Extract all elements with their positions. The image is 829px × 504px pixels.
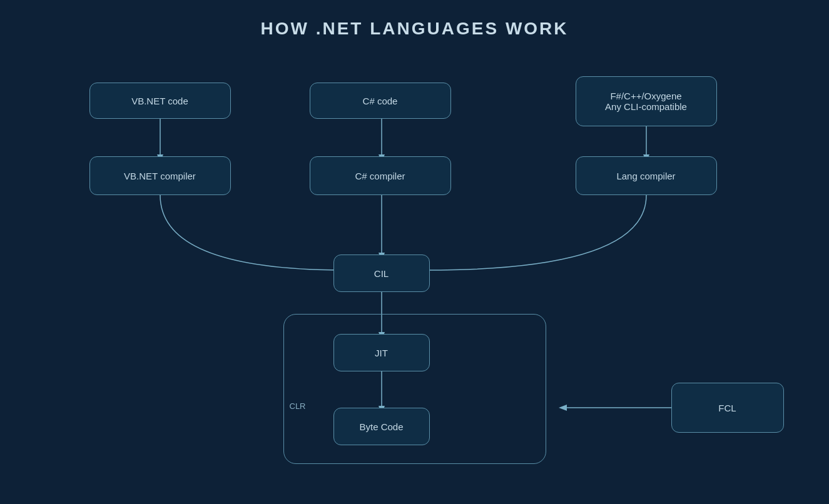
flow-area: VB.NET code C# code F#/C++/Oxygene Any C… [39, 64, 790, 489]
lang-compiler-box: Lang compiler [576, 156, 717, 195]
bytecode-box: Byte Code [333, 408, 430, 445]
svg-marker-15 [559, 405, 567, 411]
csharp-compiler-box: C# compiler [310, 156, 451, 195]
diagram-container: HOW .NET LANGUAGES WORK [0, 0, 829, 504]
csharp-code-box: C# code [310, 83, 451, 119]
fcl-box: FCL [671, 383, 784, 433]
cil-box: CIL [333, 255, 430, 292]
page-title: HOW .NET LANGUAGES WORK [260, 19, 568, 39]
other-code-box: F#/C++/Oxygene Any CLI-compatible [576, 76, 717, 126]
vbnet-compiler-box: VB.NET compiler [89, 156, 231, 195]
vbnet-code-box: VB.NET code [89, 83, 231, 119]
clr-label: CLR [290, 401, 306, 411]
jit-box: JIT [333, 334, 430, 371]
